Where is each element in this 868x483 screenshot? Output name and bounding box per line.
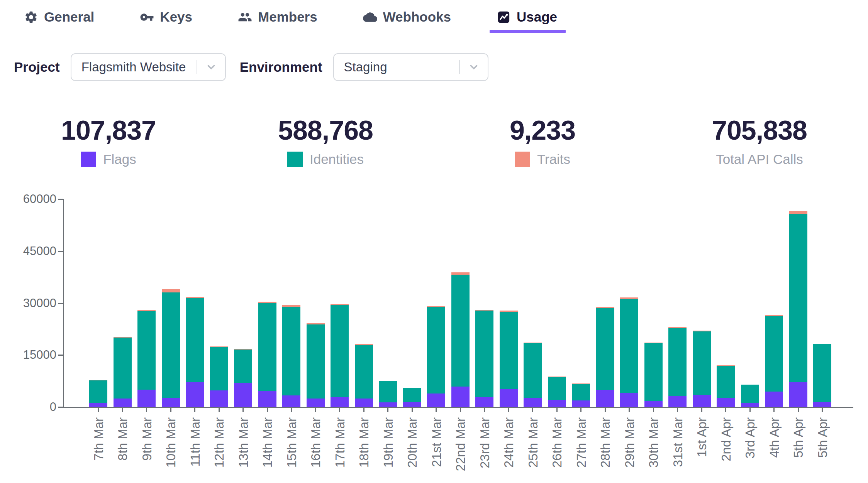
members-icon <box>238 10 252 24</box>
chevron-down-icon <box>197 61 225 73</box>
bar-11th-mar[interactable] <box>186 297 204 407</box>
project-select[interactable]: Flagsmith Website <box>71 53 226 81</box>
tab-bar: General Keys Members Webhooks Usage <box>24 9 557 31</box>
bar-9th-mar[interactable] <box>137 310 156 407</box>
bar-3rd-apr[interactable] <box>741 385 759 407</box>
bar-12th-mar[interactable] <box>210 346 228 407</box>
bar-13th-mar[interactable] <box>234 349 252 407</box>
bar-segment-flags <box>403 402 421 407</box>
bar-24th-mar[interactable] <box>500 311 518 407</box>
bar-15th-mar[interactable] <box>282 305 300 407</box>
bar-segment-identities <box>258 303 276 391</box>
y-axis-label: 15000 <box>7 348 56 362</box>
bar-segment-flags <box>524 398 542 407</box>
stat-flags: 107,837 Flags <box>0 116 217 167</box>
bar-21st-mar[interactable] <box>427 306 445 407</box>
x-axis-tick <box>339 407 340 412</box>
x-axis-tick <box>798 407 799 412</box>
x-axis-tick <box>822 407 823 412</box>
bar-segment-flags <box>210 390 228 407</box>
bar-segment-flags <box>89 403 107 407</box>
bar-segment-identities <box>620 299 638 393</box>
x-axis-label: 10th Mar <box>164 417 178 468</box>
bar-25th-mar[interactable] <box>524 343 542 407</box>
stat-identities: 588,768 Identities <box>217 116 434 167</box>
x-axis-tick <box>363 407 364 412</box>
environment-select[interactable]: Staging <box>333 53 488 81</box>
x-axis-label: 21st Mar <box>430 417 443 467</box>
bar-31st-mar[interactable] <box>668 327 687 407</box>
bar-segment-flags <box>693 395 711 407</box>
bar-segment-identities <box>210 347 228 390</box>
bar-segment-identities <box>234 350 252 383</box>
bar-segment-flags <box>307 399 325 407</box>
bar-segment-flags <box>548 400 566 407</box>
x-axis-tick <box>194 407 195 412</box>
x-axis-label: 11th Mar <box>189 417 202 467</box>
bar-segment-identities <box>524 343 542 398</box>
bar-22nd-mar[interactable] <box>451 272 470 407</box>
bar-segment-identities <box>427 307 445 393</box>
x-axis-tick <box>436 407 437 412</box>
traits-legend: Traits <box>515 152 570 167</box>
y-axis-tick <box>58 199 63 200</box>
bar-28th-mar[interactable] <box>596 307 614 407</box>
bar-segment-flags <box>331 397 349 407</box>
bar-10th-mar[interactable] <box>162 289 180 407</box>
tab-usage[interactable]: Usage <box>497 9 557 31</box>
x-axis-tick <box>122 407 123 412</box>
bar-segment-traits <box>162 289 180 292</box>
tab-webhooks[interactable]: Webhooks <box>363 9 451 31</box>
tab-members[interactable]: Members <box>238 9 317 31</box>
bar-segment-flags <box>620 393 638 407</box>
bar-segment-identities <box>451 275 470 387</box>
bar-29th-mar[interactable] <box>620 297 638 407</box>
x-axis-tick <box>605 407 606 412</box>
tab-general-label: General <box>44 9 94 25</box>
bar-segment-identities <box>717 366 735 398</box>
bar-segment-flags <box>355 399 373 407</box>
x-axis-label: 23rd Mar <box>478 417 492 468</box>
bar-segment-identities <box>137 311 156 390</box>
bar-segment-identities <box>379 381 397 402</box>
bar-5th-apr[interactable] <box>813 344 831 407</box>
bar-19th-mar[interactable] <box>379 381 397 407</box>
bar-8th-mar[interactable] <box>114 337 132 407</box>
bar-segment-flags <box>789 382 807 407</box>
bar-14th-mar[interactable] <box>258 302 276 407</box>
bar-5th-apr[interactable] <box>789 211 807 407</box>
bar-segment-flags <box>741 403 759 407</box>
bar-23rd-mar[interactable] <box>475 310 493 407</box>
stat-traits: 9,233 Traits <box>434 116 651 167</box>
bar-1st-apr[interactable] <box>693 331 711 407</box>
bar-16th-mar[interactable] <box>307 323 325 407</box>
bar-20th-mar[interactable] <box>403 388 421 407</box>
bar-17th-mar[interactable] <box>331 304 349 407</box>
bar-segment-flags <box>717 398 735 407</box>
project-label: Project <box>14 59 60 75</box>
bar-26th-mar[interactable] <box>548 377 566 407</box>
bar-segment-identities <box>572 384 590 401</box>
tab-general[interactable]: General <box>24 9 94 31</box>
bar-segment-flags <box>137 390 156 407</box>
bar-27th-mar[interactable] <box>572 383 590 407</box>
traits-swatch <box>515 152 530 167</box>
bar-segment-flags <box>572 400 590 407</box>
x-axis-label: 9th Mar <box>141 417 154 461</box>
bar-segment-identities <box>307 324 325 399</box>
bar-segment-traits <box>789 211 807 214</box>
bar-segment-flags <box>475 397 493 407</box>
bar-2nd-apr[interactable] <box>717 365 735 407</box>
bar-segment-flags <box>500 389 518 407</box>
bar-18th-mar[interactable] <box>355 344 373 407</box>
bar-4th-apr[interactable] <box>765 315 783 407</box>
y-axis-tick <box>58 251 63 252</box>
x-axis-line <box>63 407 853 408</box>
bar-30th-mar[interactable] <box>644 343 663 407</box>
chevron-down-icon <box>460 61 488 73</box>
x-axis-label: 16th Mar <box>309 417 322 468</box>
tab-keys[interactable]: Keys <box>140 9 192 31</box>
bar-7th-mar[interactable] <box>89 380 107 407</box>
x-axis-label: 31st Mar <box>671 417 685 467</box>
x-axis-label: 27th Mar <box>575 417 588 468</box>
